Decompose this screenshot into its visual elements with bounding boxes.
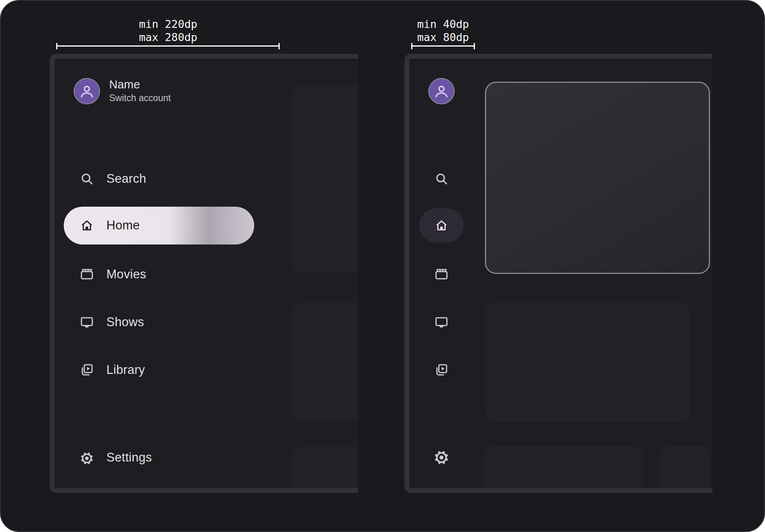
tv-icon (434, 315, 449, 329)
rail-item-search[interactable] (427, 164, 456, 193)
collapsed-rail-width-ruler (411, 43, 475, 49)
account-info[interactable]: Name Switch account (109, 77, 171, 104)
tv-drawer-spec-mock: min 220dpmax 280dp min 40dpmax 80dp Name… (0, 0, 765, 532)
drawer-item-library[interactable]: Library (55, 351, 310, 389)
expanded-drawer-width-ruler (56, 43, 280, 49)
ruler-tick (474, 43, 475, 49)
account-name: Name (109, 77, 171, 92)
measurement-line-min: min 220dp (139, 18, 197, 30)
settings-icon (80, 450, 94, 465)
drawer-item-label: Shows (106, 315, 144, 329)
drawer-item-label: Library (106, 363, 145, 377)
drawer-item-search[interactable]: Search (55, 160, 310, 198)
drawer-item-label: Home (106, 218, 140, 233)
rail-item-home[interactable] (427, 211, 456, 240)
movie-icon (434, 267, 449, 282)
rail-item-library[interactable] (427, 356, 456, 384)
content-placeholder-card (485, 303, 690, 422)
content-placeholder-card (292, 85, 358, 272)
drawer-item-label: Settings (106, 450, 152, 465)
settings-icon (434, 450, 449, 465)
drawer-item-settings[interactable]: Settings (55, 438, 310, 477)
expanded-navigation-drawer-panel: Name Switch account Search Hom (50, 54, 358, 493)
library-icon (80, 363, 94, 377)
expanded-drawer-measurement: min 220dpmax 280dp (108, 18, 228, 44)
person-icon (433, 82, 450, 100)
drawer-item-home[interactable]: Home (55, 206, 310, 244)
search-icon (434, 172, 449, 186)
rail-item-movies[interactable] (427, 260, 456, 289)
content-placeholder-card (660, 446, 710, 488)
drawer-item-movies[interactable]: Movies (55, 255, 310, 293)
drawer-item-label: Movies (106, 267, 146, 282)
search-icon (80, 172, 94, 186)
movie-icon (80, 267, 94, 282)
focused-content-card (485, 82, 710, 274)
measurement-line-min: min 40dp (417, 18, 469, 30)
collapsed-navigation-rail-panel (404, 54, 712, 493)
content-placeholder-card (292, 303, 358, 421)
library-icon (434, 363, 449, 377)
content-placeholder-card (292, 447, 358, 488)
content-placeholder-card (483, 446, 643, 488)
home-icon (434, 218, 449, 233)
rail-item-settings[interactable] (427, 443, 456, 472)
ruler-line (411, 45, 475, 47)
ruler-line (56, 45, 280, 47)
measurement-line-max: max 80dp (417, 31, 469, 43)
rail-item-shows[interactable] (427, 308, 456, 336)
person-icon (78, 82, 96, 100)
ruler-tick (279, 43, 280, 49)
tv-icon (80, 315, 94, 329)
drawer-item-shows[interactable]: Shows (55, 303, 310, 341)
account-avatar[interactable] (428, 78, 455, 104)
drawer-item-label: Search (106, 172, 146, 186)
home-icon (80, 218, 94, 233)
measurement-line-max: max 280dp (139, 31, 197, 43)
collapsed-rail-measurement: min 40dpmax 80dp (383, 18, 503, 44)
switch-account-label: Switch account (109, 92, 171, 104)
account-avatar[interactable] (74, 78, 100, 104)
